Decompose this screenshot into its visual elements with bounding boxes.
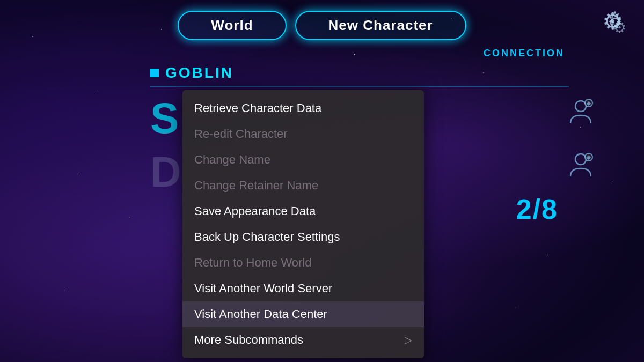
menu-item-label-7: Visit Another World Server (194, 282, 332, 295)
menu-item-label-4: Save Appearance Data (194, 204, 316, 218)
menu-item-label-8: Visit Another Data Center (194, 307, 327, 321)
menu-item-label-9: More Subcommands (194, 333, 303, 347)
top-navigation: World New Character (0, 11, 644, 40)
menu-item-2: Change Name (182, 147, 424, 173)
settings-icon[interactable]: ⚙ ⚙ (602, 10, 628, 39)
menu-item-3: Change Retainer Name (182, 173, 424, 198)
char-d-placeholder: D (150, 147, 181, 197)
menu-item-4[interactable]: Save Appearance Data (182, 198, 424, 224)
world-button[interactable]: World (178, 11, 286, 40)
menu-item-5[interactable]: Back Up Character Settings (182, 224, 424, 250)
menu-item-label-5: Back Up Character Settings (194, 230, 340, 244)
svg-point-3 (575, 154, 586, 165)
menu-item-6: Return to Home World (182, 250, 424, 276)
menu-item-label-1: Re-edit Character (194, 127, 288, 141)
server-bar: GOBLIN (150, 64, 569, 87)
menu-item-8[interactable]: Visit Another Data Center (182, 301, 424, 327)
menu-item-7[interactable]: Visit Another World Server (182, 276, 424, 301)
menu-item-label-2: Change Name (194, 153, 270, 167)
server-name: GOBLIN (165, 64, 233, 82)
server-indicator (150, 69, 159, 77)
menu-item-0[interactable]: Retrieve Character Data (182, 95, 424, 121)
menu-item-1: Re-edit Character (182, 121, 424, 147)
character-settings-icon-1[interactable] (566, 97, 596, 128)
svg-point-1 (575, 101, 586, 112)
menu-item-9[interactable]: More Subcommands▷ (182, 327, 424, 353)
menu-item-label-0: Retrieve Character Data (194, 101, 321, 115)
context-menu: Retrieve Character DataRe-edit Character… (182, 90, 424, 358)
connection-label: CONNECTION (484, 48, 565, 59)
char-s-placeholder: S (150, 94, 179, 143)
menu-item-arrow-9: ▷ (405, 334, 412, 346)
menu-item-label-3: Change Retainer Name (194, 179, 318, 193)
new-character-button[interactable]: New Character (295, 11, 466, 40)
menu-item-label-6: Return to Home World (194, 256, 311, 270)
slot-count: 2/8 (516, 193, 558, 225)
right-icons (566, 97, 596, 181)
character-settings-icon-2[interactable] (566, 150, 596, 181)
